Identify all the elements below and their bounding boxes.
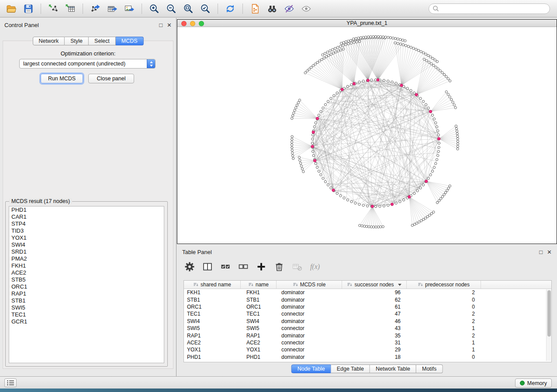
mcds-result-item[interactable]: TEC1 xyxy=(9,311,164,318)
search-input[interactable] xyxy=(441,6,546,12)
mcds-result-item[interactable]: FKH1 xyxy=(9,262,164,269)
export-image-button[interactable] xyxy=(122,2,136,15)
find-button[interactable] xyxy=(265,2,279,15)
table-row[interactable]: ORC1ORC1dominator610 xyxy=(184,303,551,310)
float-panel-icon[interactable]: □ xyxy=(159,22,163,28)
mcds-result-item[interactable]: ACE2 xyxy=(9,269,164,276)
mcds-result-item[interactable]: GCR1 xyxy=(9,318,164,325)
sort-icon xyxy=(293,282,298,287)
table-row[interactable]: RAP1RAP1dominator352 xyxy=(184,332,551,339)
function-builder-button: f(x) xyxy=(309,261,321,272)
refresh-button[interactable] xyxy=(223,2,237,15)
add-column-button[interactable] xyxy=(256,261,267,272)
column-header-successor-nodes[interactable]: successor nodes xyxy=(342,281,407,289)
maximize-window-icon[interactable] xyxy=(199,21,204,26)
close-window-icon[interactable] xyxy=(181,21,187,26)
hide-graphics-details-button[interactable] xyxy=(282,2,296,15)
import-table-button[interactable] xyxy=(63,2,77,15)
mcds-result-item[interactable]: SRD1 xyxy=(9,248,164,255)
tab-motifs[interactable]: Motifs xyxy=(416,364,443,373)
table-row[interactable]: SWI4SWI4dominator462 xyxy=(184,318,551,325)
tab-network[interactable]: Network xyxy=(32,37,65,45)
table-row[interactable]: FKH1FKH1dominator962 xyxy=(184,289,551,296)
export-table-button[interactable] xyxy=(105,2,119,15)
tab-select[interactable]: Select xyxy=(89,37,116,45)
import-network-icon xyxy=(48,3,59,14)
column-header-shared-name[interactable]: shared name xyxy=(184,281,241,289)
mcds-result-item[interactable]: ORC1 xyxy=(9,283,164,290)
memory-button[interactable]: Memory xyxy=(515,378,552,388)
export-network-button[interactable] xyxy=(88,2,102,15)
table-cell: SWI5 xyxy=(241,325,277,331)
mcds-result-item[interactable]: SWI4 xyxy=(9,241,164,248)
network-analyzer-document-icon xyxy=(249,3,261,14)
tab-edge-table[interactable]: Edge Table xyxy=(331,364,370,373)
table-row[interactable]: TEC1TEC1connector472 xyxy=(184,310,551,317)
deselect-all-button[interactable] xyxy=(238,261,249,272)
close-panel-button[interactable]: Close panel xyxy=(88,74,134,83)
run-mcds-button[interactable]: Run MCDS xyxy=(41,74,83,83)
table-scrollbar[interactable] xyxy=(546,289,551,361)
table-disabled-icon xyxy=(292,261,302,272)
mcds-result-list[interactable]: PHD1CAR1STP4TID3YOX1SWI4SRD1PMA2FKH1ACE2… xyxy=(9,206,164,363)
zoom-out-button[interactable] xyxy=(164,2,178,15)
show-graphics-details-button[interactable] xyxy=(299,2,313,15)
table-cell: 2 xyxy=(407,318,481,324)
mcds-result-item[interactable]: PMA2 xyxy=(9,255,164,262)
import-network-button[interactable] xyxy=(46,2,60,15)
close-panel-icon[interactable]: ✕ xyxy=(167,22,172,28)
table-cell: 1 xyxy=(407,340,481,346)
mcds-result-item[interactable]: TID3 xyxy=(9,227,164,234)
node-table: shared name name MCDS role successor nod… xyxy=(183,280,552,362)
mcds-result-item[interactable]: PHD1 xyxy=(9,206,164,213)
show-columns-button[interactable] xyxy=(202,261,213,272)
scrollbar-thumb[interactable] xyxy=(547,290,551,337)
zoom-selected-button[interactable] xyxy=(198,2,212,15)
mcds-result-item[interactable]: STB1 xyxy=(9,297,164,304)
mcds-result-item[interactable]: STB5 xyxy=(9,276,164,283)
fit-content-button[interactable] xyxy=(181,2,195,15)
table-cell: 0 xyxy=(407,297,481,303)
mcds-result-item[interactable]: SWI5 xyxy=(9,304,164,311)
sort-icon xyxy=(248,282,253,287)
open-session-button[interactable] xyxy=(4,2,18,15)
table-row[interactable]: SWI5SWI5connector431 xyxy=(184,325,551,332)
minimize-window-icon[interactable] xyxy=(190,21,195,26)
gear-icon xyxy=(184,261,195,272)
list-icon xyxy=(7,380,14,386)
application-window: Control Panel □ ✕ Network Style Select M… xyxy=(0,0,557,392)
tab-node-table[interactable]: Node Table xyxy=(291,364,331,373)
column-header-mcds-role[interactable]: MCDS role xyxy=(277,281,342,289)
mcds-result-item[interactable]: YOX1 xyxy=(9,234,164,241)
table-cell: dominator xyxy=(277,318,342,324)
float-panel-icon[interactable]: □ xyxy=(539,249,543,255)
tab-mcds[interactable]: MCDS xyxy=(116,37,144,45)
tab-style[interactable]: Style xyxy=(65,37,89,45)
optimization-criterion-select[interactable]: largest connected component (undirected) xyxy=(19,59,156,69)
network-analyzer-button[interactable] xyxy=(248,2,262,15)
delete-column-button[interactable] xyxy=(273,261,285,272)
search-box[interactable] xyxy=(429,3,550,14)
network-canvas[interactable] xyxy=(177,27,557,244)
tab-network-table[interactable]: Network Table xyxy=(370,364,416,373)
column-header-name[interactable]: name xyxy=(241,281,277,289)
table-cell: 2 xyxy=(407,311,481,317)
table-row[interactable]: STB1STB1dominator620 xyxy=(184,296,551,303)
save-session-button[interactable] xyxy=(21,2,35,15)
table-panel-tabs: Node Table Edge Table Network Table Moti… xyxy=(291,364,443,373)
table-row[interactable]: YOX1YOX1connector291 xyxy=(184,346,551,353)
table-row[interactable]: PHD1PHD1dominator180 xyxy=(184,354,551,361)
mcds-result-item[interactable]: CAR1 xyxy=(9,213,164,220)
mcds-result-item[interactable]: STP4 xyxy=(9,220,164,227)
mcds-result-item[interactable]: RAP1 xyxy=(9,290,164,297)
table-settings-button[interactable] xyxy=(184,261,195,272)
close-panel-icon[interactable]: ✕ xyxy=(547,249,552,255)
column-header-predecessor-nodes[interactable]: predecessor nodes xyxy=(407,281,481,289)
show-panels-button[interactable] xyxy=(4,378,17,387)
column-label: predecessor nodes xyxy=(425,282,470,288)
table-row[interactable]: ACE2ACE2connector311 xyxy=(184,339,551,346)
select-all-button[interactable] xyxy=(220,261,231,272)
zoom-in-button[interactable] xyxy=(147,2,161,15)
zoom-out-icon xyxy=(166,3,177,14)
table-cell: PHD1 xyxy=(184,354,241,360)
